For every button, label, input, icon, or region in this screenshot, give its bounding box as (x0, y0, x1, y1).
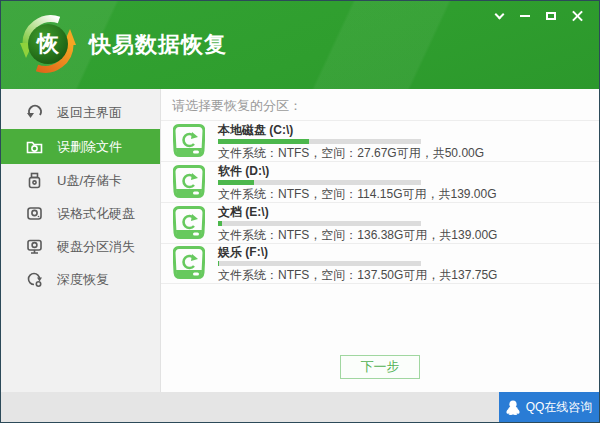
app-title: 快易数据恢复 (89, 30, 227, 60)
deep-recovery-icon (26, 271, 43, 288)
menu-dropdown-button[interactable] (489, 8, 509, 24)
return-arrow-icon (26, 104, 43, 121)
drive-info: 文件系统：NTFS，空间：137.50G可用，共137.75G (218, 269, 497, 282)
sidebar-item-deep-recovery[interactable]: 深度恢复 (1, 263, 160, 296)
app-window: 恢 快易数据恢复 返回主界面 (0, 0, 600, 423)
sidebar-item-label: 深度恢复 (57, 271, 109, 289)
qq-consult-label: QQ在线咨询 (526, 399, 593, 416)
maximize-icon (546, 12, 556, 20)
app-logo-icon: 恢 (19, 15, 77, 73)
usage-bar-fill (218, 180, 254, 185)
drive-row-c[interactable]: 本地磁盘 (C:\) 文件系统：NTFS，空间：27.67G可用，共50.00G (161, 120, 599, 161)
title-bar: 恢 快易数据恢复 (1, 1, 599, 89)
drive-icon (173, 124, 205, 159)
qq-consult-button[interactable]: QQ在线咨询 (499, 392, 599, 422)
sidebar-item-label: 硬盘分区消失 (57, 238, 135, 256)
qq-penguin-icon (506, 400, 520, 415)
chevron-down-icon (494, 9, 504, 19)
drive-row-f[interactable]: 娱乐 (F:\) 文件系统：NTFS，空间：137.50G可用，共137.75G (161, 243, 599, 284)
usage-bar (218, 221, 421, 226)
drive-icon (173, 246, 205, 281)
usage-bar-fill (218, 261, 219, 266)
logo-sphere: 恢 (28, 24, 68, 64)
drive-row-e[interactable]: 文档 (E:\) 文件系统：NTFS，空间：136.38G可用，共139.00G (161, 202, 599, 243)
partition-lost-icon (26, 238, 43, 255)
sidebar-item-label: 返回主界面 (57, 104, 122, 122)
sidebar-item-formatted-disk[interactable]: 误格式化硬盘 (1, 197, 160, 230)
sidebar-item-partition-lost[interactable]: 硬盘分区消失 (1, 230, 160, 263)
logo-character: 恢 (37, 33, 59, 55)
usage-bar (218, 180, 421, 185)
drive-info: 文件系统：NTFS，空间：114.15G可用，共139.00G (218, 188, 497, 201)
hard-drive-icon (26, 205, 43, 222)
sidebar-item-label: 误格式化硬盘 (57, 205, 135, 223)
drive-name: 文档 (E:\) (218, 205, 497, 219)
partition-panel: 请选择要恢复的分区： 本地磁盘 (C:\) 文件系统：NTFS，空间：27.67… (161, 89, 599, 392)
drive-name: 本地磁盘 (C:\) (218, 123, 484, 137)
sidebar: 返回主界面 误删除文件 (1, 89, 161, 392)
status-bar: QQ在线咨询 (1, 392, 599, 422)
sidebar-item-return-home[interactable]: 返回主界面 (1, 96, 160, 129)
minimize-icon (520, 15, 530, 17)
next-step-button[interactable]: 下一步 (340, 355, 420, 379)
usb-drive-icon (26, 172, 43, 189)
minimize-button[interactable] (515, 8, 535, 24)
folder-restore-icon (26, 138, 43, 155)
drive-row-d[interactable]: 软件 (D:\) 文件系统：NTFS，空间：114.15G可用，共139.00G (161, 161, 599, 202)
sidebar-item-deleted-files[interactable]: 误删除文件 (1, 129, 160, 164)
window-controls (489, 8, 587, 24)
close-button[interactable] (567, 8, 587, 24)
drive-info: 文件系统：NTFS，空间：27.67G可用，共50.00G (218, 147, 484, 160)
usage-bar (218, 139, 421, 144)
drive-name: 软件 (D:\) (218, 164, 497, 178)
maximize-button[interactable] (541, 8, 561, 24)
content-area: 返回主界面 误删除文件 (1, 89, 599, 392)
drive-info: 文件系统：NTFS，空间：136.38G可用，共139.00G (218, 229, 497, 242)
usage-bar-fill (218, 221, 222, 226)
usage-bar-fill (218, 139, 309, 144)
sidebar-item-label: 误删除文件 (57, 138, 122, 156)
drive-icon (173, 206, 205, 241)
close-icon (572, 11, 583, 22)
sidebar-item-usb-card[interactable]: U盘/存储卡 (1, 164, 160, 197)
sidebar-item-label: U盘/存储卡 (57, 172, 122, 190)
usage-bar (218, 261, 421, 266)
drive-name: 娱乐 (F:\) (218, 245, 497, 259)
select-partition-prompt: 请选择要恢复的分区： (161, 89, 599, 120)
drive-icon (173, 165, 205, 200)
